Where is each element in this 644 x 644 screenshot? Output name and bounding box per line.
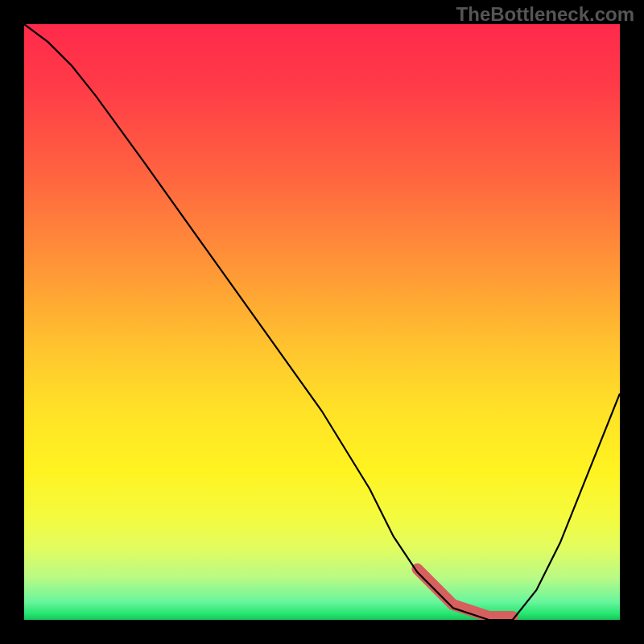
- chart-plot-area: [24, 24, 620, 620]
- watermark-text: TheBottleneck.com: [456, 3, 634, 26]
- mismatch-curve: [24, 24, 620, 620]
- chart-overlay: [24, 24, 620, 620]
- highlight-segment: [417, 569, 512, 617]
